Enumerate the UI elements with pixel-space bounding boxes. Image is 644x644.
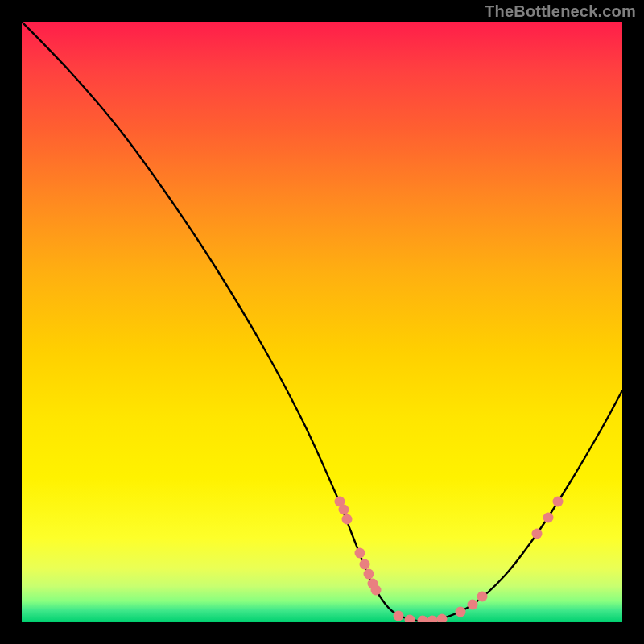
chart-plot-area — [22, 22, 622, 622]
watermark-text: TheBottleneck.com — [485, 2, 636, 21]
